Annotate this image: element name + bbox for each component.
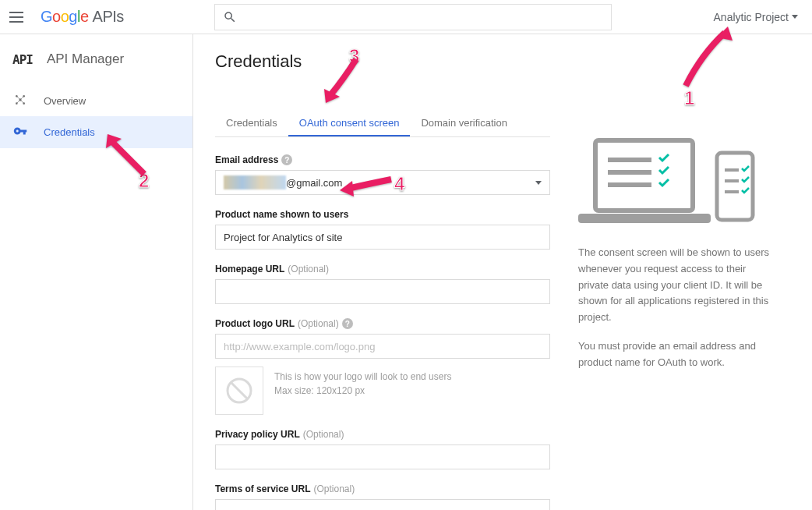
product-name-input[interactable]	[215, 225, 550, 250]
project-name: Analytic Project	[714, 11, 789, 23]
svg-rect-13	[725, 179, 739, 182]
help-icon[interactable]: ?	[342, 318, 353, 329]
email-select[interactable]: @gmail.com	[215, 170, 550, 195]
overview-icon	[12, 94, 28, 108]
annotation-number-3: 3	[349, 45, 359, 67]
search-container	[214, 4, 612, 30]
tab-domain-verification[interactable]: Domain verification	[410, 111, 518, 136]
annotation-number-1: 1	[684, 87, 694, 109]
annotation-number-4: 4	[394, 173, 404, 195]
logo-url-label: Product logo URL (Optional) ?	[215, 318, 550, 329]
svg-rect-10	[608, 182, 651, 187]
svg-rect-8	[608, 158, 651, 162]
chevron-down-icon	[792, 15, 798, 19]
svg-rect-14	[725, 190, 739, 193]
svg-rect-9	[608, 170, 651, 175]
email-label: Email address ?	[215, 154, 550, 165]
logo-url-input[interactable]	[215, 334, 550, 359]
api-logo-icon: API	[12, 52, 33, 67]
tab-credentials[interactable]: Credentials	[215, 111, 288, 136]
key-icon	[12, 124, 28, 140]
consent-description-1: The consent screen will be shown to user…	[578, 245, 778, 326]
homepage-url-input[interactable]	[215, 279, 550, 304]
tos-url-input[interactable]	[215, 499, 550, 510]
product-name-label: Product name shown to users	[215, 209, 550, 220]
sidebar-item-credentials[interactable]: Credentials	[0, 116, 192, 148]
main-content: Credentials Credentials OAuth consent sc…	[193, 34, 812, 510]
help-icon[interactable]: ?	[281, 154, 292, 165]
tab-oauth-consent[interactable]: OAuth consent screen	[288, 111, 411, 136]
svg-rect-11	[717, 153, 753, 220]
consent-description-2: You must provide an email address and pr…	[578, 338, 778, 371]
consent-illustration	[578, 136, 778, 229]
sidebar-item-label: Overview	[44, 95, 86, 107]
sidebar-item-overview[interactable]: Overview	[0, 86, 192, 116]
sidebar-header: API API Manager	[0, 41, 192, 86]
tabs: Credentials OAuth consent screen Domain …	[215, 111, 550, 137]
search-input[interactable]	[214, 4, 612, 30]
tos-url-label: Terms of service URL (Optional)	[215, 483, 550, 494]
hamburger-menu-icon[interactable]	[9, 8, 28, 27]
redacted-email-prefix	[224, 175, 286, 189]
logo-hint-text: This is how your logo will look to end u…	[274, 367, 451, 415]
project-selector[interactable]: Analytic Project	[714, 11, 803, 23]
sidebar: API API Manager Overview Credentials	[0, 34, 193, 510]
logo-placeholder-icon	[215, 367, 263, 415]
chevron-down-icon	[535, 181, 542, 185]
google-apis-logo: Google APIs	[41, 8, 124, 26]
privacy-url-input[interactable]	[215, 444, 550, 469]
annotation-number-2: 2	[139, 170, 149, 192]
svg-rect-12	[725, 168, 739, 172]
search-icon	[223, 10, 237, 24]
svg-rect-7	[578, 214, 711, 223]
privacy-url-label: Privacy policy URL (Optional)	[215, 429, 550, 440]
sidebar-item-label: Credentials	[44, 126, 95, 138]
sidebar-title: API Manager	[47, 51, 124, 67]
email-suffix: @gmail.com	[286, 177, 342, 189]
svg-rect-6	[595, 140, 693, 211]
page-title: Credentials	[215, 51, 550, 72]
logo-suffix: APIs	[93, 8, 124, 25]
homepage-url-label: Homepage URL (Optional)	[215, 264, 550, 274]
top-bar: Google APIs Analytic Project	[0, 0, 812, 34]
logo-preview: This is how your logo will look to end u…	[215, 367, 550, 415]
